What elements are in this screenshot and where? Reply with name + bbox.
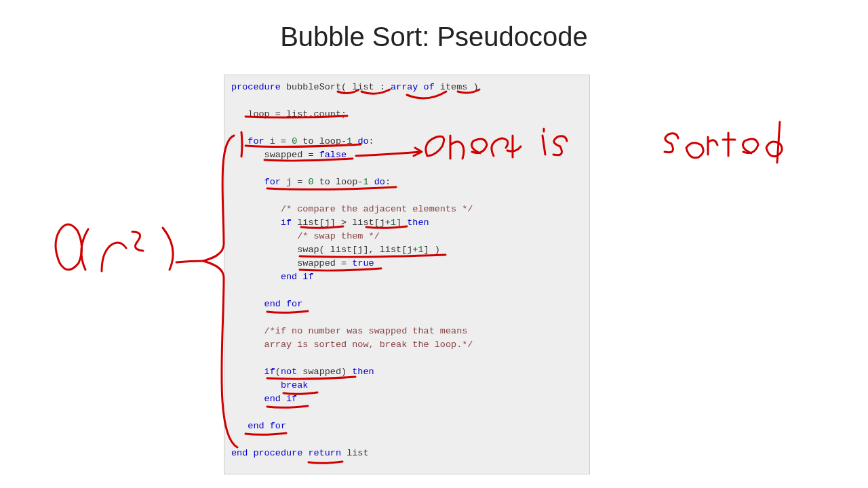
code-text: swapped =	[231, 150, 319, 160]
code-text	[231, 218, 281, 228]
pseudocode-block: procedure bubbleSort( list : array of it…	[224, 75, 590, 474]
code-text: array is sorted now, break the loop.*/	[231, 340, 473, 350]
code-text	[369, 177, 374, 187]
code-text: (	[275, 367, 281, 377]
ink-complexity-label	[56, 224, 173, 271]
code-text: i =	[264, 136, 292, 146]
code-text: do	[357, 136, 368, 146]
code-text: for	[248, 136, 264, 146]
code-text	[231, 136, 248, 146]
code-text: false	[319, 150, 347, 160]
code-text: end if	[281, 272, 314, 282]
code-text	[231, 367, 264, 377]
code-text: end for	[248, 421, 286, 431]
code-text: loop = list.count;	[231, 109, 347, 119]
code-text	[231, 204, 281, 214]
code-text: procedure	[231, 82, 281, 92]
code-text: for	[264, 177, 281, 187]
code-text	[231, 421, 248, 431]
code-text: /* compare the adjacent elements */	[281, 204, 473, 214]
code-text: not	[281, 367, 297, 377]
code-text: /*if no number was swapped that means	[264, 326, 468, 336]
slide-title: Bubble Sort: Pseudocode	[0, 22, 868, 52]
code-text: list[j] > list[j+	[292, 218, 391, 228]
code-text: 1	[418, 245, 423, 255]
code-text	[231, 231, 297, 241]
code-text: swap( list[j], list[j+	[231, 245, 418, 255]
code-text	[231, 299, 264, 309]
code-text: j =	[281, 177, 309, 187]
code-text: 1	[363, 177, 368, 187]
code-text	[231, 380, 281, 390]
code-text: :	[385, 177, 391, 187]
code-text: array of	[391, 82, 435, 92]
code-text	[231, 326, 264, 336]
code-text: if	[264, 367, 275, 377]
code-text: :	[369, 136, 374, 146]
code-text: ] )	[424, 245, 440, 255]
code-text: end procedure return	[231, 448, 341, 458]
code-text	[231, 272, 281, 282]
code-text: end for	[264, 299, 303, 309]
code-text: 1	[391, 218, 396, 228]
code-text: 0	[308, 177, 313, 187]
code-text: list	[341, 448, 369, 458]
code-text: swapped)	[297, 367, 352, 377]
code-text: true	[352, 258, 374, 268]
code-text: items )	[435, 82, 479, 92]
code-text: /* swap them */	[297, 231, 380, 241]
code-text: break	[281, 380, 309, 390]
code-text: then	[352, 367, 374, 377]
code-text: if	[281, 218, 292, 228]
code-text: end if	[264, 394, 298, 404]
ink-connector	[176, 261, 203, 262]
code-text: bubbleSort( list :	[281, 82, 391, 92]
code-text: to loop-	[297, 136, 347, 146]
code-text: do	[374, 177, 385, 187]
code-text: swapped =	[231, 258, 352, 268]
code-text: ]	[396, 218, 407, 228]
code-text	[231, 177, 264, 187]
code-text: to loop-	[314, 177, 363, 187]
code-text: then	[407, 218, 429, 228]
code-text	[231, 394, 264, 404]
